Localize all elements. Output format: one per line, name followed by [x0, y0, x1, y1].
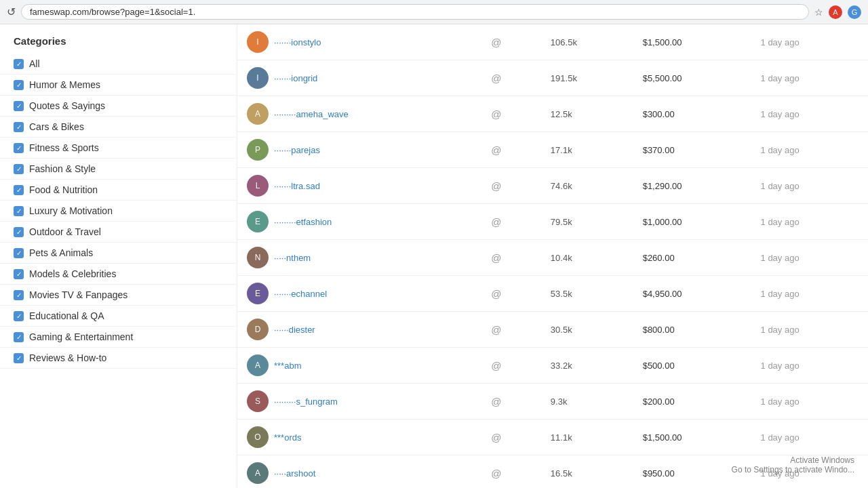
table-row[interactable]: A***abm@33.2k$500.001 day ago — [237, 348, 868, 384]
sidebar-item-outdoor[interactable]: Outdoor & Travel — [0, 222, 237, 243]
social-icon: @ — [491, 37, 501, 48]
username[interactable]: ·······ionstylo — [274, 37, 321, 47]
time-cell: 1 day ago — [751, 420, 868, 455]
table-row[interactable]: E·········etfashion@79.5k$1,000.001 day … — [237, 204, 868, 240]
checkbox-models[interactable] — [14, 269, 24, 279]
sidebar-item-reviews[interactable]: Reviews & How-to — [0, 348, 237, 369]
username[interactable]: ***abm — [274, 361, 301, 371]
checkbox-outdoor[interactable] — [14, 227, 24, 237]
table-row[interactable]: L·······ltra.sad@74.6k$1,290.001 day ago — [237, 168, 868, 204]
sidebar-item-humor[interactable]: Humor & Memes — [0, 75, 237, 96]
user-cell: A·····arshoot — [237, 455, 481, 489]
browser-bar: ↺ fameswap.com/browse?page=1&social=1. ☆… — [0, 0, 868, 24]
user-cell: S·········s_fungram — [237, 384, 481, 420]
address-bar[interactable]: fameswap.com/browse?page=1&social=1. — [21, 4, 809, 20]
sidebar-item-models[interactable]: Models & Celebrities — [0, 264, 237, 285]
followers-cell: 11.1k — [541, 420, 633, 455]
avatar: S — [247, 390, 269, 412]
checkbox-all[interactable] — [14, 59, 24, 69]
price-cell: $300.00 — [633, 96, 751, 132]
checkbox-humor[interactable] — [14, 80, 24, 90]
sidebar-item-pets[interactable]: Pets & Animals — [0, 243, 237, 264]
profile-icon-1[interactable]: A — [829, 5, 842, 19]
sidebar-title: Categories — [0, 31, 237, 54]
social-icon-cell: @ — [481, 168, 541, 204]
username[interactable]: ·····arshoot — [274, 468, 315, 479]
sidebar-item-food[interactable]: Food & Nutrition — [0, 180, 237, 201]
table-row[interactable]: A·········ameha_wave@12.5k$300.001 day a… — [237, 96, 868, 132]
table-row[interactable]: S·········s_fungram@9.3k$200.001 day ago — [237, 384, 868, 420]
followers-cell: 33.2k — [541, 348, 633, 384]
category-label-fitness: Fitness & Sports — [29, 142, 99, 153]
username[interactable]: ·······iongrid — [274, 73, 317, 83]
avatar: P — [247, 139, 269, 161]
category-label-reviews: Reviews & How-to — [29, 352, 106, 363]
table-row[interactable]: P·······parejas@17.1k$370.001 day ago — [237, 132, 868, 168]
checkbox-fashion[interactable] — [14, 164, 24, 174]
avatar: A — [247, 462, 269, 484]
checkbox-educational[interactable] — [14, 311, 24, 321]
checkbox-movies[interactable] — [14, 290, 24, 300]
username[interactable]: ·····nthem — [274, 253, 311, 263]
table-row[interactable]: E·······echannel@53.5k$4,950.001 day ago — [237, 276, 868, 312]
star-icon[interactable]: ☆ — [814, 7, 823, 18]
price-cell: $4,950.00 — [633, 276, 751, 312]
username[interactable]: ***ords — [274, 432, 301, 443]
table-row[interactable]: D······diester@30.5k$800.001 day ago — [237, 312, 868, 348]
followers-cell: 30.5k — [541, 312, 633, 348]
social-icon-cell: @ — [481, 348, 541, 384]
checkbox-quotes[interactable] — [14, 101, 24, 111]
table-row[interactable]: O***ords@11.1k$1,500.001 day ago — [237, 420, 868, 455]
sidebar-item-cars[interactable]: Cars & Bikes — [0, 117, 237, 138]
category-list: AllHumor & MemesQuotes & SayingsCars & B… — [0, 54, 237, 369]
checkbox-luxury[interactable] — [14, 206, 24, 216]
avatar: I — [247, 31, 269, 53]
table-row[interactable]: I·······ionstylo@106.5k$1,500.001 day ag… — [237, 24, 868, 60]
user-cell: O***ords — [237, 420, 481, 455]
social-icon-cell: @ — [481, 240, 541, 276]
back-button[interactable]: ↺ — [7, 5, 16, 18]
sidebar-item-quotes[interactable]: Quotes & Sayings — [0, 96, 237, 117]
checkbox-food[interactable] — [14, 185, 24, 195]
price-cell: $800.00 — [633, 312, 751, 348]
username[interactable]: ······diester — [274, 325, 315, 335]
user-cell: A***abm — [237, 348, 481, 384]
sidebar-item-gaming[interactable]: Gaming & Entertainment — [0, 327, 237, 348]
sidebar-item-all[interactable]: All — [0, 54, 237, 75]
social-icon: @ — [491, 180, 501, 192]
category-label-food: Food & Nutrition — [29, 184, 98, 195]
checkbox-reviews[interactable] — [14, 353, 24, 363]
username[interactable]: ·········ameha_wave — [274, 109, 349, 119]
followers-cell: 191.5k — [541, 60, 633, 96]
table-row[interactable]: A·····arshoot@16.5k$950.001 day ago — [237, 455, 868, 489]
username[interactable]: ·······echannel — [274, 289, 327, 299]
user-cell: N·····nthem — [237, 240, 481, 276]
checkbox-cars[interactable] — [14, 122, 24, 132]
avatar: A — [247, 103, 269, 125]
checkbox-fitness[interactable] — [14, 143, 24, 153]
username[interactable]: ·······parejas — [274, 145, 320, 155]
username[interactable]: ·········s_fungram — [274, 396, 338, 407]
sidebar-item-movies[interactable]: Movies TV & Fanpages — [0, 285, 237, 306]
social-icon-cell: @ — [481, 312, 541, 348]
followers-cell: 10.4k — [541, 240, 633, 276]
checkbox-pets[interactable] — [14, 248, 24, 258]
category-label-all: All — [29, 58, 40, 69]
sidebar-item-educational[interactable]: Educational & QA — [0, 306, 237, 327]
sidebar-item-luxury[interactable]: Luxury & Motivation — [0, 201, 237, 222]
time-cell: 1 day ago — [751, 276, 868, 312]
table-row[interactable]: I·······iongrid@191.5k$5,500.001 day ago — [237, 60, 868, 96]
social-icon: @ — [491, 432, 501, 443]
checkbox-gaming[interactable] — [14, 332, 24, 342]
username[interactable]: ·······ltra.sad — [274, 181, 320, 191]
profile-icon-2[interactable]: G — [848, 5, 861, 19]
username[interactable]: ·········etfashion — [274, 217, 332, 227]
social-icon-cell: @ — [481, 276, 541, 312]
table-row[interactable]: N·····nthem@10.4k$260.001 day ago — [237, 240, 868, 276]
followers-cell: 16.5k — [541, 455, 633, 489]
category-label-humor: Humor & Memes — [29, 79, 100, 90]
avatar: D — [247, 319, 269, 340]
price-cell: $1,290.00 — [633, 168, 751, 204]
sidebar-item-fashion[interactable]: Fashion & Style — [0, 159, 237, 180]
sidebar-item-fitness[interactable]: Fitness & Sports — [0, 138, 237, 159]
